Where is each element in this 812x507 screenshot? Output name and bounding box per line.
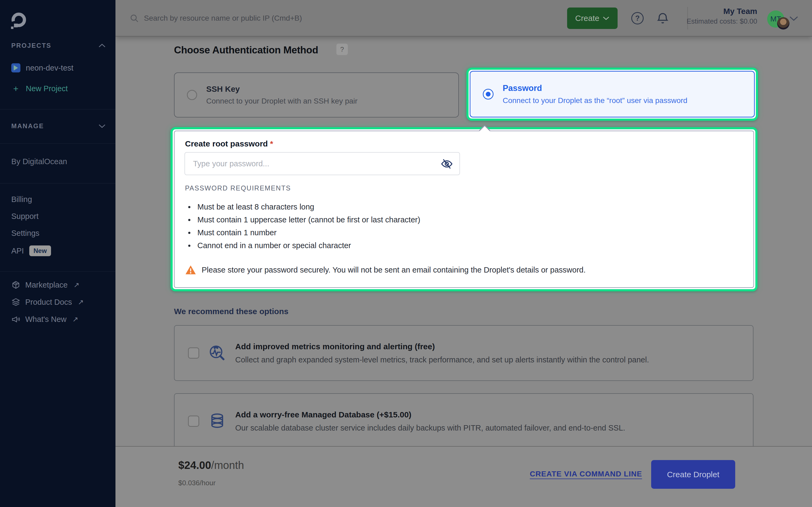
requirement-item: Cannot end in a number or special charac… [185,239,420,252]
database-icon [208,412,226,431]
search-icon [130,13,139,23]
cube-icon [11,280,20,289]
sidebar: PROJECTS neon-dev-test + New Project MAN… [0,0,115,507]
sidebar-item-marketplace[interactable]: Marketplace ↗ [11,278,80,292]
projects-label: PROJECTS [11,42,51,49]
manage-section-header[interactable]: MANAGE [11,121,106,131]
notifications-bell-icon[interactable] [656,11,670,25]
warning-icon [185,265,196,275]
create-menu-button[interactable]: Create [567,7,618,29]
top-header: Search by resource name or public IP (Cm… [115,0,812,37]
password-option-card[interactable]: Password Connect to your Droplet as the … [470,71,755,117]
external-link-icon: ↗ [73,281,80,289]
sidebar-item-billing[interactable]: Billing [11,192,32,206]
api-new-badge: New [29,245,51,256]
chevron-up-icon [98,43,106,48]
user-avatar[interactable] [777,17,790,30]
team-name: My Team [687,6,757,17]
warning-text: Please store your password securely. You… [202,266,586,274]
password-option-highlight: Password Connect to your Droplet as the … [466,68,758,121]
chevron-down-icon [603,16,610,21]
projects-section-header[interactable]: PROJECTS [11,40,106,51]
monitoring-icon [208,344,226,362]
estimated-costs: Estimated costs: $0.00 [687,17,757,26]
password-radio[interactable] [483,89,494,100]
project-name: neon-dev-test [26,64,73,72]
create-droplet-button[interactable]: Create Droplet [651,460,735,489]
requirement-item: Must contain 1 uppercase letter (cannot … [185,213,420,226]
option-card-monitoring[interactable]: Add improved metrics monitoring and aler… [174,325,754,381]
password-requirements-list: Must be at least 8 characters long Must … [185,201,420,252]
root-password-panel-highlight: Create root password* PASSWORD REQUIREME… [170,127,758,291]
external-link-icon: ↗ [78,298,84,306]
chevron-down-icon [98,124,106,128]
sidebar-item-support[interactable]: Support [11,210,39,223]
requirement-item: Must contain 1 number [185,226,420,239]
new-project-button[interactable]: + New Project [11,81,110,96]
create-via-command-line-link[interactable]: CREATE VIA COMMAND LINE [530,470,642,478]
megaphone-icon [11,315,20,324]
account-chevron-down-icon[interactable] [789,15,799,22]
monthly-price: $24.00/month [178,459,244,471]
password-card-title: Password [503,83,688,93]
password-card-subtitle: Connect to your Droplet as the “root” us… [503,96,688,105]
root-password-panel: Create root password* PASSWORD REQUIREME… [174,131,754,288]
password-warning: Please store your password securely. You… [185,265,586,275]
sidebar-item-by-digitalocean[interactable]: By DigitalOcean [11,155,67,168]
password-requirements-title: PASSWORD REQUIREMENTS [185,184,291,192]
plus-icon: + [11,84,20,93]
database-title: Add a worry-free Managed Database (+$15.… [235,410,625,419]
ssh-card-subtitle: Connect to your Droplet with an SSH key … [206,97,357,105]
ssh-card-title: SSH Key [206,84,357,94]
requirement-item: Must be at least 8 characters long [185,201,420,213]
new-project-label: New Project [26,84,68,93]
digitalocean-logo-icon[interactable] [10,12,28,29]
monitoring-title: Add improved metrics monitoring and aler… [235,342,649,351]
panel-caret [479,125,490,136]
project-icon [11,63,20,72]
search-placeholder: Search by resource name or public IP (Cm… [144,14,302,22]
eye-off-icon[interactable] [440,158,453,170]
sidebar-item-whats-new[interactable]: What's New ↗ [11,312,79,326]
create-root-password-label: Create root password* [185,139,273,148]
recommend-title: We recommend these options [174,307,288,316]
sidebar-item-project[interactable]: neon-dev-test [11,61,110,75]
option-card-managed-database[interactable]: Add a worry-free Managed Database (+$15.… [174,393,754,449]
summary-footer: $24.00/month $0.036/hour CREATE VIA COMM… [115,446,812,507]
root-password-input[interactable] [185,152,460,175]
manage-label: MANAGE [11,122,44,130]
external-link-icon: ↗ [72,315,79,324]
monitoring-subtitle: Collect and graph expanded system-level … [235,355,649,364]
hourly-price: $0.036/hour [178,479,216,487]
required-asterisk: * [270,139,273,148]
sidebar-divider [0,183,115,183]
sidebar-item-settings[interactable]: Settings [11,226,40,240]
page-title: Choose Authentication Method [174,45,318,56]
team-menu[interactable]: My Team Estimated costs: $0.00 [687,6,757,26]
sidebar-item-product-docs[interactable]: Product Docs ↗ [11,295,84,309]
help-button[interactable]: ? [631,12,644,24]
title-help-button[interactable]: ? [336,44,348,55]
main-content: Choose Authentication Method ? SSH Key C… [115,37,812,446]
sidebar-item-api[interactable]: API New [11,244,51,258]
monitoring-checkbox[interactable] [188,347,199,359]
database-subtitle: Our scalable database cluster service in… [235,424,625,433]
sidebar-divider [0,143,115,144]
layers-icon [11,297,20,306]
by-digitalocean-label: By DigitalOcean [11,155,67,168]
ssh-radio[interactable] [187,90,197,100]
ssh-key-option-card[interactable]: SSH Key Connect to your Droplet with an … [174,72,459,117]
database-checkbox[interactable] [188,415,199,427]
search-input[interactable]: Search by resource name or public IP (Cm… [130,9,371,27]
